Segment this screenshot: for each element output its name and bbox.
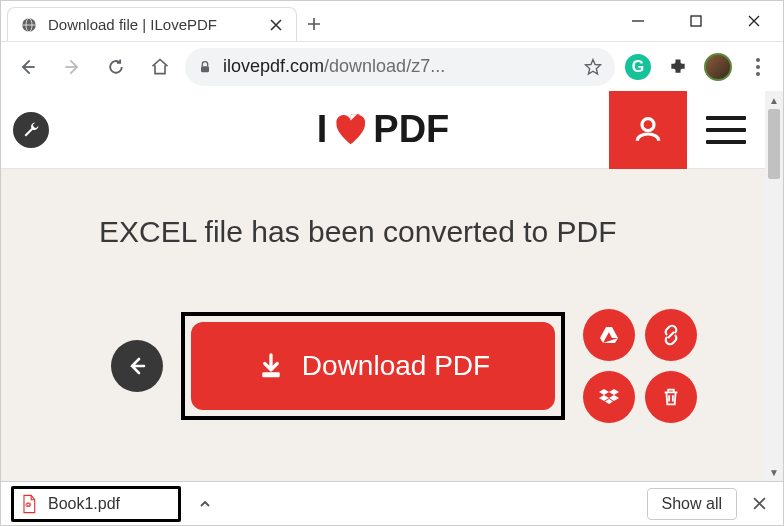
wrench-icon xyxy=(21,120,41,140)
browser-toolbar: ilovepdf.com/download/z7... G xyxy=(1,41,783,91)
window-minimize-button[interactable] xyxy=(609,1,667,41)
scroll-down-button[interactable]: ▼ xyxy=(765,463,783,481)
download-pdf-button[interactable]: Download PDF xyxy=(191,322,555,410)
globe-icon xyxy=(20,16,38,34)
scroll-track[interactable] xyxy=(765,179,783,463)
page-headline: EXCEL file has been converted to PDF xyxy=(1,169,765,249)
drive-icon xyxy=(597,323,621,347)
window-maximize-button[interactable] xyxy=(667,1,725,41)
window-close-button[interactable] xyxy=(725,1,783,41)
site-logo[interactable]: I PDF xyxy=(317,108,450,151)
address-bar[interactable]: ilovepdf.com/download/z7... xyxy=(185,48,615,86)
downloaded-file-item[interactable]: Book1.pdf xyxy=(11,486,181,522)
new-tab-button[interactable] xyxy=(297,7,331,41)
link-icon xyxy=(659,323,683,347)
browser-titlebar: Download file | ILovePDF xyxy=(1,1,783,41)
heart-icon xyxy=(331,111,369,149)
chevron-up-icon xyxy=(198,497,212,511)
close-tab-button[interactable] xyxy=(268,17,284,33)
puzzle-icon xyxy=(668,57,688,77)
nav-back-button[interactable] xyxy=(9,48,47,86)
site-header: I PDF xyxy=(1,91,765,169)
svg-point-8 xyxy=(642,118,654,130)
download-item-menu-button[interactable] xyxy=(189,488,221,520)
delete-file-button[interactable] xyxy=(645,371,697,423)
actions-row: Download PDF xyxy=(111,309,697,423)
page-back-button[interactable] xyxy=(111,340,163,392)
download-icon xyxy=(256,351,286,381)
logo-letter-pdf: PDF xyxy=(373,108,449,151)
star-icon[interactable] xyxy=(583,57,603,77)
browser-menu-button[interactable] xyxy=(741,58,775,76)
logo-letter-i: I xyxy=(317,108,328,151)
window-controls xyxy=(609,1,783,41)
browser-tab[interactable]: Download file | ILovePDF xyxy=(7,7,297,41)
arrow-left-icon xyxy=(125,354,149,378)
download-label: Download PDF xyxy=(302,350,490,382)
close-shelf-button[interactable] xyxy=(745,490,773,518)
tab-title: Download file | ILovePDF xyxy=(48,16,258,33)
tools-button[interactable] xyxy=(13,112,49,148)
account-button[interactable] xyxy=(609,91,687,169)
svg-rect-4 xyxy=(691,16,701,26)
scroll-up-button[interactable]: ▲ xyxy=(765,91,783,109)
extensions-button[interactable] xyxy=(661,50,695,84)
close-icon xyxy=(753,497,766,510)
grammarly-extension-button[interactable]: G xyxy=(621,50,655,84)
lock-icon xyxy=(197,59,213,75)
url-text: ilovepdf.com/download/z7... xyxy=(223,56,573,77)
save-to-drive-button[interactable] xyxy=(583,309,635,361)
svg-rect-9 xyxy=(262,372,280,377)
site-menu-button[interactable] xyxy=(687,91,765,169)
show-all-downloads-button[interactable]: Show all xyxy=(647,488,737,520)
scroll-thumb[interactable] xyxy=(768,109,780,179)
vertical-scrollbar[interactable]: ▲ ▼ xyxy=(765,91,783,481)
avatar-icon xyxy=(704,53,732,81)
trash-icon xyxy=(660,386,682,408)
viewport: I PDF EXCEL file has been converted to P… xyxy=(1,91,783,481)
page-content: I PDF EXCEL file has been converted to P… xyxy=(1,91,765,481)
copy-link-button[interactable] xyxy=(645,309,697,361)
nav-reload-button[interactable] xyxy=(97,48,135,86)
profile-button[interactable] xyxy=(701,50,735,84)
grammarly-icon: G xyxy=(625,54,651,80)
nav-home-button[interactable] xyxy=(141,48,179,86)
user-icon xyxy=(632,114,664,146)
download-shelf: Book1.pdf Show all xyxy=(1,481,783,525)
share-actions xyxy=(583,309,697,423)
dropbox-icon xyxy=(597,385,621,409)
save-to-dropbox-button[interactable] xyxy=(583,371,635,423)
downloaded-file-name: Book1.pdf xyxy=(48,495,120,513)
download-highlight: Download PDF xyxy=(181,312,565,420)
nav-forward-button[interactable] xyxy=(53,48,91,86)
svg-rect-7 xyxy=(201,66,209,72)
pdf-file-icon xyxy=(20,494,38,514)
